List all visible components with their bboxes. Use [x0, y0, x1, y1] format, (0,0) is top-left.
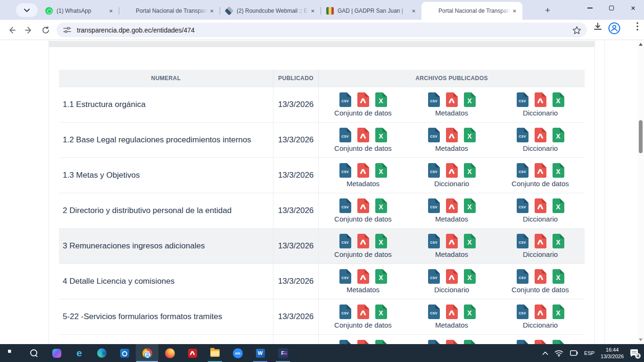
pdf-file-icon[interactable] [535, 340, 546, 344]
xls-file-icon[interactable]: X [553, 198, 564, 213]
taskbar-copilot[interactable] [45, 344, 68, 362]
xls-file-icon[interactable]: X [553, 128, 564, 142]
pdf-file-icon[interactable] [446, 304, 458, 319]
pdf-file-icon[interactable] [357, 304, 369, 319]
tab-close-icon[interactable]: ✕ [511, 7, 519, 15]
pdf-file-icon[interactable] [357, 234, 369, 248]
notification-center-button[interactable]: 4 [630, 348, 639, 358]
csv-file-icon[interactable]: CSV [339, 269, 351, 284]
pdf-file-icon[interactable] [357, 128, 369, 142]
xls-file-icon[interactable]: X [375, 269, 387, 284]
pdf-file-icon[interactable] [446, 128, 458, 142]
csv-file-icon[interactable]: CSV [339, 304, 351, 319]
xls-file-icon[interactable]: X [375, 340, 387, 344]
xls-file-icon[interactable]: X [375, 198, 387, 213]
csv-file-icon[interactable]: CSV [517, 234, 528, 248]
xls-file-icon[interactable]: X [553, 269, 564, 284]
pdf-file-icon[interactable] [357, 340, 369, 344]
wifi-icon[interactable] [554, 350, 563, 357]
csv-file-icon[interactable]: CSV [339, 340, 351, 344]
browser-tab[interactable]: GAD | GADPR San Juan | ✕ [321, 2, 421, 20]
taskbar-internet-explorer[interactable]: e [68, 344, 91, 362]
pdf-file-icon[interactable] [357, 198, 369, 213]
csv-file-icon[interactable]: CSV [428, 340, 440, 344]
csv-file-icon[interactable]: CSV [517, 92, 528, 107]
csv-file-icon[interactable]: CSV [339, 163, 351, 178]
pdf-file-icon[interactable] [535, 304, 546, 319]
csv-file-icon[interactable]: CSV [428, 198, 440, 213]
csv-file-icon[interactable]: CSV [428, 92, 440, 107]
xls-file-icon[interactable]: X [464, 304, 476, 319]
pdf-file-icon[interactable] [535, 92, 546, 107]
pdf-file-icon[interactable] [357, 269, 369, 284]
pdf-file-icon[interactable] [446, 234, 458, 248]
language-indicator[interactable]: ESP [584, 350, 594, 356]
address-bar[interactable]: transparencia.dpe.gob.ec/entidades/474 [57, 23, 587, 37]
pdf-file-icon[interactable] [446, 92, 458, 107]
profile-button[interactable] [608, 22, 620, 34]
tray-chevron-up-icon[interactable] [542, 351, 548, 355]
tab-close-icon[interactable]: ✕ [309, 7, 317, 15]
minimize-button[interactable] [579, 0, 601, 16]
back-button[interactable] [4, 22, 20, 38]
xls-file-icon[interactable]: X [464, 128, 476, 142]
browser-menu-button[interactable] [636, 22, 638, 31]
csv-file-icon[interactable]: CSV [517, 128, 528, 142]
browser-tab[interactable]: Portal Nacional de Transpare ✕ [119, 2, 220, 20]
pdf-file-icon[interactable] [535, 234, 546, 248]
csv-file-icon[interactable]: CSV [428, 128, 440, 142]
pdf-file-icon[interactable] [535, 128, 546, 142]
taskbar-chrome[interactable] [136, 344, 158, 362]
xls-file-icon[interactable]: X [464, 234, 476, 248]
maximize-button[interactable] [601, 0, 622, 16]
browser-tab[interactable]: (1) WhatsApp ✕ [40, 2, 119, 20]
scrollbar-up-arrow[interactable] [639, 43, 643, 46]
new-tab-button[interactable]: + [541, 4, 554, 16]
scrollbar-down-arrow[interactable] [639, 338, 643, 341]
pdf-file-icon[interactable] [446, 340, 458, 344]
csv-file-icon[interactable]: CSV [428, 304, 440, 319]
pdf-file-icon[interactable] [446, 163, 458, 178]
pdf-file-icon[interactable] [357, 163, 369, 178]
pdf-file-icon[interactable] [535, 163, 546, 178]
xls-file-icon[interactable]: X [375, 92, 387, 107]
pdf-file-icon[interactable] [535, 269, 546, 284]
xls-file-icon[interactable]: X [553, 234, 564, 248]
taskbar-firefox[interactable] [158, 344, 181, 362]
csv-file-icon[interactable]: CSV [339, 92, 351, 107]
taskbar-search[interactable] [23, 344, 45, 362]
xls-file-icon[interactable]: X [375, 304, 387, 319]
csv-file-icon[interactable]: CSV [339, 234, 351, 248]
download-button[interactable] [593, 22, 603, 32]
xls-file-icon[interactable]: X [464, 163, 476, 178]
csv-file-icon[interactable]: CSV [339, 128, 351, 142]
pdf-file-icon[interactable] [357, 92, 369, 107]
xls-file-icon[interactable]: X [464, 198, 476, 213]
csv-file-icon[interactable]: CSV [517, 304, 528, 319]
bookmark-star-icon[interactable] [572, 26, 581, 34]
xls-file-icon[interactable]: X [375, 163, 387, 178]
xls-file-icon[interactable]: X [553, 163, 564, 178]
csv-file-icon[interactable]: CSV [517, 163, 528, 178]
csv-file-icon[interactable]: CSV [339, 198, 351, 213]
xls-file-icon[interactable]: X [553, 340, 564, 344]
xls-file-icon[interactable]: X [375, 128, 387, 142]
taskbar-edge[interactable] [91, 344, 113, 362]
xls-file-icon[interactable]: X [464, 92, 476, 107]
screen-cast-icon[interactable] [570, 350, 578, 356]
taskbar-file-explorer[interactable] [204, 344, 226, 362]
site-info-icon[interactable] [63, 26, 71, 33]
tab-close-icon[interactable]: ✕ [208, 7, 216, 15]
browser-tab[interactable]: (2) Roundcube Webmail :: E ✕ [220, 2, 321, 20]
tab-close-icon[interactable]: ✕ [107, 7, 115, 15]
page-scrollbar[interactable] [637, 40, 644, 344]
csv-file-icon[interactable]: CSV [517, 340, 528, 344]
url-text[interactable]: transparencia.dpe.gob.ec/entidades/474 [77, 26, 572, 34]
xls-file-icon[interactable]: X [553, 304, 564, 319]
csv-file-icon[interactable]: CSV [428, 234, 440, 248]
xls-file-icon[interactable]: X [553, 92, 564, 107]
taskbar-zoom[interactable]: zm [226, 344, 249, 362]
close-window-button[interactable]: ✕ [622, 0, 644, 16]
scrollbar-thumb[interactable] [639, 120, 643, 153]
taskbar-word[interactable]: W [249, 344, 272, 362]
